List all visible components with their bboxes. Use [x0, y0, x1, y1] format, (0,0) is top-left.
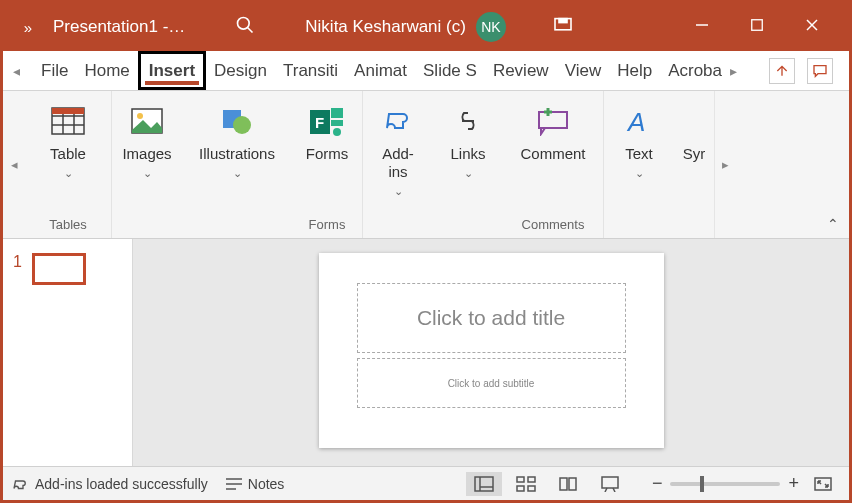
chevron-down-icon: ⌄ [394, 185, 403, 198]
images-label: Images [122, 145, 171, 163]
addins-status[interactable]: Add-ins loaded successfully [11, 475, 208, 493]
symbols-label: Syr [683, 145, 706, 163]
slide-number: 1 [13, 253, 22, 271]
ribbon-scroll-left[interactable]: ◂ [3, 91, 25, 238]
comment-button[interactable]: Comment [503, 97, 603, 213]
slide-thumbnail[interactable] [32, 253, 86, 285]
links-icon [450, 103, 486, 139]
svg-rect-23 [539, 112, 567, 128]
images-button[interactable]: Images ⌄ [112, 97, 182, 213]
slide[interactable]: Click to add title Click to add subtitle [319, 253, 664, 448]
svg-rect-13 [52, 108, 84, 114]
tab-file[interactable]: File [33, 51, 76, 90]
overflow-button[interactable]: » [13, 19, 43, 36]
svg-rect-37 [602, 477, 618, 488]
tab-help[interactable]: Help [609, 51, 660, 90]
tabs-scroll-left[interactable]: ◂ [13, 63, 33, 79]
slideshow-view-icon[interactable] [592, 472, 628, 496]
share-button[interactable] [769, 58, 795, 84]
table-button[interactable]: Table ⌄ [25, 97, 111, 213]
tabs-scroll-right[interactable]: ▸ [730, 63, 750, 79]
text-icon: A [621, 103, 657, 139]
svg-point-17 [233, 116, 251, 134]
addins-icon [380, 103, 416, 139]
tab-design[interactable]: Design [206, 51, 275, 90]
tab-acrobat[interactable]: Acroba [660, 51, 730, 90]
svg-rect-3 [559, 19, 567, 23]
links-label: Links [450, 145, 485, 163]
illustrations-button[interactable]: Illustrations ⌄ [182, 97, 292, 213]
zoom-slider[interactable] [670, 482, 780, 486]
search-icon[interactable] [235, 15, 255, 40]
sorter-view-icon[interactable] [508, 472, 544, 496]
svg-rect-36 [528, 486, 535, 491]
addins-label: Add- ins [382, 145, 414, 181]
comment-label: Comment [520, 145, 585, 163]
forms-button[interactable]: F Forms [292, 97, 362, 213]
group-label-tables: Tables [49, 213, 87, 238]
chevron-down-icon: ⌄ [464, 167, 473, 180]
text-button[interactable]: A Text ⌄ [604, 97, 674, 213]
chevron-down-icon: ⌄ [143, 167, 152, 180]
comment-icon [535, 103, 571, 139]
subtitle-placeholder[interactable]: Click to add subtitle [357, 358, 626, 408]
group-label-comments: Comments [522, 213, 585, 238]
ribbon-scroll-right[interactable]: ▸ [714, 91, 736, 238]
group-label-forms: Forms [309, 213, 346, 238]
group-images: Images ⌄ Illustrations ⌄ [112, 91, 292, 238]
slide-canvas[interactable]: Click to add title Click to add subtitle [133, 239, 849, 466]
table-icon [50, 103, 86, 139]
forms-label: Forms [306, 145, 349, 163]
chevron-down-icon: ⌄ [233, 167, 242, 180]
comments-button[interactable] [807, 58, 833, 84]
svg-line-1 [248, 27, 253, 32]
illustrations-icon [219, 103, 255, 139]
tab-insert[interactable]: Insert [138, 51, 206, 90]
reading-view-icon[interactable] [550, 472, 586, 496]
zoom-in-button[interactable]: + [788, 473, 799, 494]
zoom-out-button[interactable]: − [652, 473, 663, 494]
maximize-icon[interactable] [729, 18, 784, 36]
table-label: Table [50, 145, 86, 163]
tab-animations[interactable]: Animat [346, 51, 415, 90]
svg-text:F: F [315, 114, 324, 131]
notes-label: Notes [248, 476, 285, 492]
tab-review[interactable]: Review [485, 51, 557, 90]
svg-rect-30 [475, 477, 493, 491]
svg-rect-34 [528, 477, 535, 482]
group-addins: Add- ins ⌄ Links ⌄ [363, 91, 503, 238]
user-avatar[interactable]: NK [476, 12, 506, 42]
addins-button[interactable]: Add- ins ⌄ [363, 97, 433, 213]
document-title: Presentation1 -… [53, 17, 185, 37]
links-button[interactable]: Links ⌄ [433, 97, 503, 213]
tab-view[interactable]: View [557, 51, 610, 90]
fit-window-icon[interactable] [805, 472, 841, 496]
images-icon [129, 103, 165, 139]
normal-view-icon[interactable] [466, 472, 502, 496]
zoom-handle[interactable] [700, 476, 704, 492]
collapse-ribbon-icon[interactable]: ⌃ [827, 216, 839, 232]
symbols-icon [676, 103, 712, 139]
notes-button[interactable]: Notes [214, 476, 295, 492]
tab-home[interactable]: Home [76, 51, 137, 90]
minimize-icon[interactable] [674, 17, 729, 37]
title-bar: » Presentation1 -… Nikita Kesharwani (c)… [3, 3, 849, 51]
close-icon[interactable] [784, 17, 839, 37]
svg-point-22 [333, 128, 341, 136]
main-area: 1 Click to add title Click to add subtit… [3, 239, 849, 466]
tab-transitions[interactable]: Transiti [275, 51, 346, 90]
notes-icon [224, 476, 244, 492]
ribbon-display-icon[interactable] [536, 17, 591, 37]
status-bar: Add-ins loaded successfully Notes − + [3, 466, 849, 500]
tab-slideshow[interactable]: Slide S [415, 51, 485, 90]
svg-rect-35 [517, 486, 524, 491]
user-name[interactable]: Nikita Kesharwani (c) [305, 17, 466, 37]
chevron-down-icon: ⌄ [64, 167, 73, 180]
svg-text:A: A [626, 107, 645, 135]
symbols-button[interactable]: Syr [674, 97, 714, 213]
group-tables: Table ⌄ Tables [25, 91, 112, 238]
title-placeholder[interactable]: Click to add title [357, 283, 626, 353]
thumbnail-pane[interactable]: 1 [3, 239, 133, 466]
ribbon-tabs: ◂ File Home Insert Design Transiti Anima… [3, 51, 849, 91]
zoom-control: − + [652, 473, 799, 494]
